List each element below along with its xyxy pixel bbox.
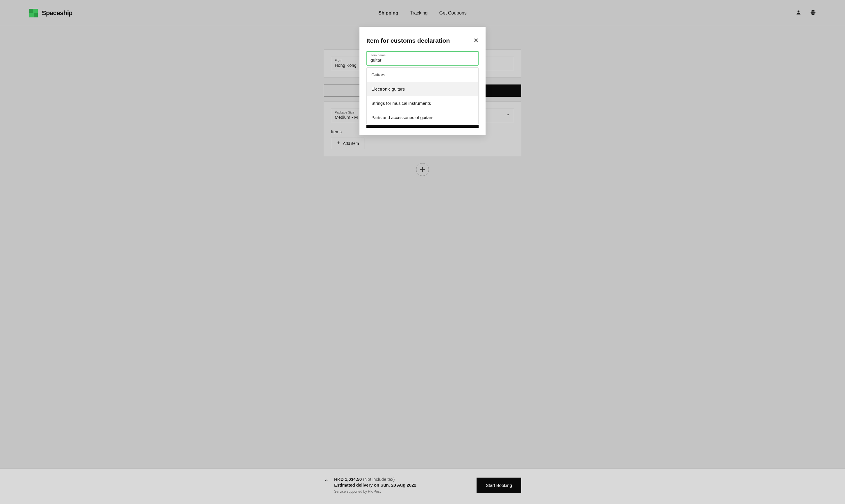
price-line: HKD 1,034.50 (Not include tax) [334,477,416,482]
header: Spaceship Shipping Tracking Get Coupons [0,0,845,26]
header-actions [796,10,816,17]
support-line: Service supported by HK Post [334,489,416,493]
package-label: Package Size [335,111,358,114]
suggestion-parts[interactable]: Parts and accessories of guitars [367,110,478,125]
modal-title: Item for customs declaration [366,37,450,44]
plus-icon [337,141,341,146]
brand-name: Spaceship [42,9,73,17]
suggestion-guitars[interactable]: Guitars [367,68,478,82]
customs-item-modal: Item for customs declaration ✕ Item name… [359,27,486,135]
chevron-up-icon[interactable] [324,477,329,484]
eta-line: Estimated delivery on Sun, 28 Aug 2022 [334,483,416,487]
suggestion-electronic-guitars[interactable]: Electronic guitars [367,82,478,96]
globe-icon[interactable] [810,10,816,17]
chevron-down-icon [505,112,510,118]
package-value: Medium • M [335,115,358,120]
add-item-label: Add item [343,141,359,146]
summary-bar: HKD 1,034.50 (Not include tax) Estimated… [0,468,845,504]
suggestion-dropdown: Guitars Electronic guitars Strings for m… [366,67,479,125]
brand-logo[interactable]: Spaceship [29,9,73,17]
add-package-button[interactable] [416,163,429,176]
price-value: HKD 1,034.50 [334,477,362,482]
logo-icon [29,9,38,17]
modal-footer-strip [366,125,479,128]
add-item-button[interactable]: Add item [331,138,364,149]
item-name-field[interactable]: Item name [366,51,479,66]
suggestion-strings[interactable]: Strings for musical instruments [367,96,478,110]
nav-shipping[interactable]: Shipping [378,11,398,16]
nav-tracking[interactable]: Tracking [410,11,428,16]
item-name-label: Item name [370,53,475,57]
account-icon[interactable] [796,10,801,17]
start-booking-button[interactable]: Start Booking [477,478,521,493]
main-nav: Shipping Tracking Get Coupons [378,11,466,16]
price-note: (Not include tax) [363,477,395,482]
nav-coupons[interactable]: Get Coupons [439,11,466,16]
item-name-input[interactable] [370,57,475,62]
close-icon[interactable]: ✕ [473,37,479,44]
